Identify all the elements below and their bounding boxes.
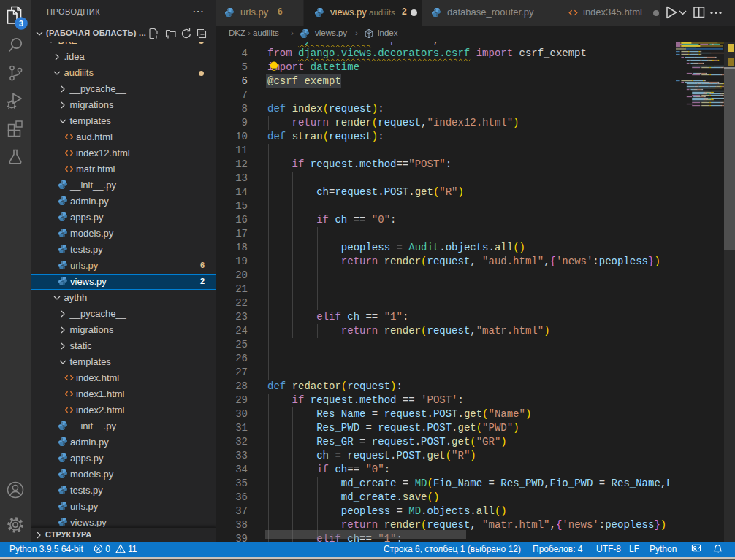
svg-text:3: 3 (19, 19, 23, 28)
